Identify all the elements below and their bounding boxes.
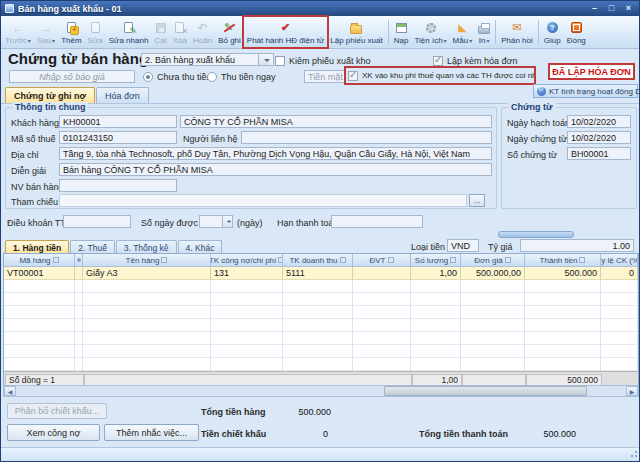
toolbar-button-cat[interactable]: Cất [151, 17, 169, 47]
cell-don-gia[interactable]: 500.000,00 [461, 267, 525, 280]
document-type-select[interactable]: 2. Bán hàng xuất khẩu [141, 53, 274, 66]
toolbar-button-truoc[interactable]: ← Trước▾ [2, 17, 34, 47]
reference-input[interactable] [59, 194, 467, 207]
customer-name-input[interactable]: CÔNG TY CỔ PHẦN MISA [180, 115, 492, 128]
tab-thue[interactable]: 2. Thuế [70, 240, 115, 254]
table-empty-rows[interactable] [4, 280, 638, 371]
checkbox-checked-icon [348, 71, 358, 81]
credit-days-stepper[interactable] [199, 215, 233, 228]
document-number-input[interactable]: BH00001 [567, 147, 631, 160]
posting-date-input[interactable]: 10/02/2020 [567, 115, 631, 128]
checkbox-checked-icon [433, 56, 443, 66]
toolbar-button-bo-ghi[interactable]: Bỏ ghi [215, 17, 244, 47]
cell-pin[interactable] [75, 267, 83, 280]
panel-splitter-grip[interactable] [498, 231, 574, 238]
customer-code-input[interactable]: KH00001 [59, 115, 177, 128]
scrollbar-thumb[interactable] [384, 386, 587, 396]
exchange-rate-input[interactable]: 1.00 [520, 239, 634, 252]
toolbar-button-lap-phieu-xuat[interactable]: Lập phiếu xuất [327, 17, 386, 47]
cell-dvt[interactable] [353, 267, 411, 280]
chevron-down-icon: ▾ [487, 37, 490, 44]
toolbar-button-phan-hoi[interactable]: ✉ Phản hồi [498, 17, 536, 47]
filter-icon[interactable] [161, 257, 167, 263]
toolbar-button-giup[interactable]: Giúp [541, 17, 564, 47]
filter-icon[interactable] [340, 257, 346, 263]
spin-down-icon[interactable] [227, 221, 231, 225]
salesperson-input[interactable] [59, 179, 177, 192]
horizontal-scrollbar[interactable]: ◀ ▶ [3, 385, 639, 397]
minimize-button[interactable]: – [588, 3, 601, 14]
currency-input[interactable]: VND [447, 239, 479, 252]
document-date-input[interactable]: 10/02/2020 [567, 131, 631, 144]
toolbar-button-xoa[interactable]: Xóa [170, 17, 190, 47]
filter-icon[interactable] [53, 257, 59, 263]
filter-icon[interactable] [388, 257, 394, 263]
cell-thanh-tien[interactable]: 500.000 [525, 267, 601, 280]
toolbar-button-hoan[interactable]: ↶ Hoãn [190, 17, 215, 47]
toolbar-button-in[interactable]: In▾ [475, 17, 493, 47]
cell-ma-hang[interactable]: VT00001 [4, 267, 75, 280]
phan-bo-chiet-khau-button[interactable]: Phân bổ chiết khấu... [7, 403, 107, 419]
pin-icon [77, 258, 81, 262]
scroll-left-icon[interactable]: ◀ [4, 386, 16, 396]
toolbar-button-tien-ich[interactable]: Tiện ích▾ [411, 17, 449, 47]
toolbar-button-sau[interactable]: → Sau▾ [34, 17, 58, 47]
column-header[interactable]: Thành tiền [525, 254, 601, 267]
cell-tk-cong-no[interactable]: 131 [211, 267, 283, 280]
toolbar-button-sua-nhanh[interactable]: Sửa nhanh [106, 17, 152, 47]
radio-thu-tien-ngay[interactable]: Thu tiền ngay [207, 72, 276, 82]
chevron-down-icon: ▾ [28, 37, 31, 44]
toolbar-button-sua[interactable]: Sửa [85, 17, 106, 47]
filter-icon[interactable] [579, 257, 585, 263]
column-header[interactable]: Số lượng [411, 254, 461, 267]
tab-hang-tien[interactable]: 1. Hàng tiền [5, 240, 69, 254]
column-header[interactable]: TK doanh thu [283, 254, 353, 267]
tab-chung-tu-ghi-no[interactable]: Chứng từ ghi nợ [5, 87, 95, 103]
cell-ty-le-ck[interactable]: 0 [601, 267, 638, 280]
column-header[interactable]: TK công nợ/chi phí [211, 254, 283, 267]
tab-hoa-don[interactable]: Hóa đơn [96, 87, 149, 103]
close-button[interactable]: × [622, 3, 635, 14]
han-thanh-toan-label: Hạn thanh toán [277, 218, 339, 228]
contact-input[interactable] [241, 131, 492, 144]
toolbar-button-mau[interactable]: ◣ Mẫu▾ [450, 17, 476, 47]
cell-ten-hang[interactable]: Giấy A3 [83, 267, 211, 280]
tax-code-input[interactable]: 0101243150 [59, 131, 177, 144]
toolbar-button-dong[interactable]: Đóng [564, 17, 589, 47]
maximize-button[interactable]: □ [605, 3, 618, 14]
column-header[interactable]: Tỷ lệ CK (%) [601, 254, 638, 267]
reference-browse-button[interactable]: ... [469, 194, 485, 207]
checkbox-kiem-phieu-xuat-kho[interactable]: Kiêm phiếu xuất kho [275, 56, 371, 66]
toolbar-button-phat-hanh-hd[interactable]: ✔ Phát hành HĐ điện tử [244, 17, 327, 47]
table-row[interactable]: VT00001 Giấy A3 131 5111 1,00 500.000,00… [4, 267, 638, 280]
payment-terms-input[interactable] [63, 215, 131, 228]
quote-number-input[interactable]: Nhập số báo giá [9, 70, 135, 83]
column-header[interactable]: Mã hàng [4, 254, 75, 267]
tab-thong-ke[interactable]: 3. Thống kê [116, 240, 177, 254]
checkbox-lap-kem-hoa-don[interactable]: Lập kèm hóa đơn [433, 56, 517, 66]
checkbox-xk-phi-thue-quan[interactable]: XK vào khu phi thuế quan và các TH được … [346, 68, 534, 83]
column-header[interactable]: ĐVT [353, 254, 411, 267]
them-nhac-viec-button[interactable]: Thêm nhắc việc... [104, 424, 199, 441]
due-date-input[interactable] [331, 215, 423, 228]
filter-icon[interactable] [450, 257, 456, 263]
description-input[interactable]: Bán hàng CÔNG TY CỔ PHẦN MISA [59, 163, 492, 176]
column-header[interactable]: Đơn giá [461, 254, 525, 267]
address-input[interactable]: Tầng 9, tòa nhà Technosoft, phố Duy Tân,… [59, 147, 492, 160]
toolbar-button-them[interactable]: Thêm [58, 17, 84, 47]
radio-chua-thu-tien[interactable]: Chưa thu tiền [143, 72, 212, 82]
tab-khac[interactable]: 4. Khác [178, 240, 223, 254]
cell-so-luong[interactable]: 1,00 [411, 267, 461, 280]
nv-ban-hang-label: NV bán hàng [11, 182, 64, 192]
pin-column-header[interactable] [75, 254, 83, 267]
column-header[interactable]: Tên hàng [83, 254, 211, 267]
payment-method-input[interactable]: Tiền mặt [304, 70, 345, 83]
scroll-right-icon[interactable]: ▶ [626, 386, 638, 396]
resize-grip[interactable] [629, 451, 637, 459]
arrow-right-icon: → [40, 22, 52, 34]
xem-cong-no-button[interactable]: Xem công nợ [7, 424, 100, 441]
template-icon: ◣ [458, 22, 466, 33]
toolbar-button-nap[interactable]: Nạp [391, 17, 412, 47]
filter-icon[interactable] [505, 257, 511, 263]
cell-tk-doanh-thu[interactable]: 5111 [283, 267, 353, 280]
